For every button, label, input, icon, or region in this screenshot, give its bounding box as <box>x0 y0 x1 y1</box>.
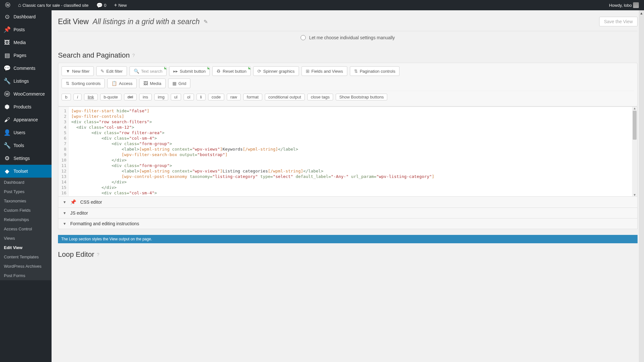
sidebar-item-label: Appearance <box>14 117 38 122</box>
toolbar-btn-new-filter[interactable]: ▼New filter <box>62 66 94 76</box>
toolbar-btn-fields-and-views[interactable]: ⊞Fields and Views <box>302 66 347 76</box>
toolbar-btn-media[interactable]: 🖼Media <box>139 79 165 88</box>
toolbar-btn-reset-button[interactable]: ♻Reset button◣ <box>212 66 251 76</box>
sidebar-item-settings[interactable]: ⚙Settings <box>0 152 52 165</box>
sidebar-item-label: Settings <box>14 156 30 161</box>
code-line: <div class="col-sm-4"> <box>71 135 635 141</box>
btn-icon: 🔍 <box>134 69 139 74</box>
fmt-btn-ins[interactable]: ins <box>139 94 152 100</box>
submenu-access-control[interactable]: Access Control <box>0 224 52 234</box>
section-title: Loop Editor <box>58 250 94 259</box>
submenu-relationships[interactable]: Relationships <box>0 215 52 224</box>
pin-icon: 📌 <box>4 26 10 33</box>
css-editor-row[interactable]: ▼ 📌 CSS editor <box>58 197 638 208</box>
sidebar-item-label: Pages <box>14 53 26 58</box>
fmt-btn-raw[interactable]: raw <box>227 94 241 100</box>
save-view-button[interactable]: Save the View <box>599 17 638 26</box>
toolbar-btn-access[interactable]: 📋Access <box>107 79 137 88</box>
submenu-dashboard[interactable]: Dashboard <box>0 178 52 187</box>
btn-label: New filter <box>72 69 90 74</box>
btn-label: Media <box>150 81 161 86</box>
vertical-scrollbar[interactable] <box>632 107 637 196</box>
new-content-link[interactable]: +New <box>111 0 129 10</box>
code-lines[interactable]: [wpv-filter-start hide="false"][wpv-filt… <box>69 107 637 196</box>
site-home-link[interactable]: ⌂Classic cars for sale - classified site <box>15 0 91 10</box>
submenu-post-forms[interactable]: Post Forms <box>0 271 52 280</box>
fmt-btn-link[interactable]: link <box>84 94 98 100</box>
formatting-instructions-row[interactable]: ▼ Formatting and editing instructions <box>58 218 638 229</box>
howdy-link[interactable]: Howdy, lobo <box>606 0 641 10</box>
sidebar-item-dashboard[interactable]: ⊙Dashboard <box>0 10 52 23</box>
sliders-icon: ⚙ <box>4 155 10 162</box>
submenu-content-templates[interactable]: Content Templates <box>0 252 52 262</box>
wp-logo-link[interactable]: ⓦ <box>3 0 13 10</box>
toolbar-btn-spinner-graphics[interactable]: ⟳Spinner graphics <box>253 66 299 76</box>
sidebar-item-label: Dashboard <box>14 14 36 19</box>
toolset-icon: ◆ <box>4 168 10 174</box>
sidebar-item-toolset[interactable]: ◆Toolset <box>0 165 52 178</box>
sidebar-item-woocommerce[interactable]: ⓦWooCommerce <box>0 88 52 100</box>
fmt-btn-conditional-output[interactable]: conditional output <box>265 94 305 100</box>
comment-icon: 💬 <box>4 65 10 71</box>
dashboard-icon: ⊙ <box>4 14 10 20</box>
btn-label: Access <box>119 81 132 86</box>
scrollbar-thumb[interactable] <box>633 111 637 140</box>
fmt-btn-b[interactable]: b <box>62 94 71 100</box>
submenu-custom-fields[interactable]: Custom Fields <box>0 206 52 215</box>
fmt-btn-li[interactable]: li <box>197 94 206 100</box>
sidebar-item-media[interactable]: 🖾Media <box>0 36 52 49</box>
sidebar-item-products[interactable]: ⬢Products <box>0 100 52 113</box>
sidebar-item-pages[interactable]: ▤Pages <box>0 49 52 62</box>
fmt-btn-Show-Bootstrap-buttons[interactable]: Show Bootstrap buttons <box>336 94 387 100</box>
format-bar: bilinkb-quotedelinsimgulollicoderawforma… <box>62 91 634 100</box>
fmt-btn-b-quote[interactable]: b-quote <box>100 94 121 100</box>
sidebar-item-label: Products <box>14 104 31 109</box>
comments-link[interactable]: 💬0 <box>94 0 109 10</box>
submenu-post-types[interactable]: Post Types <box>0 187 52 196</box>
new-label: New <box>118 3 127 8</box>
fmt-btn-ul[interactable]: ul <box>171 94 181 100</box>
sidebar-item-comments[interactable]: 💬Comments <box>0 62 52 75</box>
sidebar-item-appearance[interactable]: 🖌Appearance <box>0 113 52 126</box>
code-line: </div> <box>71 185 635 190</box>
caret-up-icon: ▲ <box>639 11 644 15</box>
fmt-btn-ol[interactable]: ol <box>184 94 194 100</box>
howdy-text: Howdy, lobo <box>609 3 632 8</box>
submenu-wordpress-archives[interactable]: WordPress Archives <box>0 262 52 271</box>
js-editor-row[interactable]: ▼ JS editor <box>58 208 638 218</box>
sidebar-item-users[interactable]: 👤Users <box>0 126 52 139</box>
fmt-btn-i[interactable]: i <box>73 94 82 100</box>
btn-icon: 🖼 <box>143 81 148 86</box>
help-icon[interactable]: ? <box>97 252 100 257</box>
toolbar-btn-text-search[interactable]: 🔍Text search◣ <box>130 66 167 76</box>
comments-count: 0 <box>104 3 106 8</box>
search-pagination-heading: Search and Pagination ? <box>58 51 638 60</box>
submenu-edit-view[interactable]: Edit View <box>0 243 52 252</box>
toolbar-btn-submit-button[interactable]: ▸▸Submit button◣ <box>169 66 210 76</box>
edit-name-button[interactable]: ✎ <box>204 19 208 25</box>
home-icon: ⌂ <box>18 2 21 8</box>
fmt-btn-img[interactable]: img <box>154 94 168 100</box>
toolbar-btn-edit-filter[interactable]: ✎Edit filter <box>96 66 127 76</box>
btn-label: Submit button <box>180 69 206 74</box>
toolbar-btn-pagination-controls[interactable]: ⇅Pagination controls <box>350 66 400 76</box>
sidebar-item-posts[interactable]: 📌Posts <box>0 23 52 36</box>
toolbar-btn-sorting-controls[interactable]: ⇅Sorting controls <box>62 79 105 88</box>
btn-label: Spinner graphics <box>263 69 295 74</box>
caret-down-icon: ▼ <box>63 211 66 215</box>
admin-sidebar: ⊙Dashboard 📌Posts 🖾Media ▤Pages 💬Comment… <box>0 10 52 362</box>
submenu-taxonomies[interactable]: Taxonomies <box>0 196 52 206</box>
submenu-views[interactable]: Views <box>0 234 52 243</box>
toolbar-btn-grid[interactable]: ▦Grid <box>168 79 191 88</box>
help-icon[interactable]: ? <box>132 53 135 58</box>
manual-settings-radio[interactable] <box>301 35 306 40</box>
code-editor[interactable]: 1234567891011121314151617 [wpv-filter-st… <box>58 107 638 197</box>
collapse-panel-button[interactable]: ▲ <box>639 10 644 362</box>
fmt-btn-close-tags[interactable]: close tags <box>307 94 333 100</box>
sidebar-item-label: Posts <box>14 27 25 32</box>
fmt-btn-code[interactable]: code <box>208 94 224 100</box>
sidebar-item-listings[interactable]: 🔧Listings <box>0 75 52 88</box>
sidebar-item-tools[interactable]: 🔧Tools <box>0 139 52 152</box>
fmt-btn-format[interactable]: format <box>243 94 262 100</box>
fmt-btn-del[interactable]: del <box>124 94 137 100</box>
